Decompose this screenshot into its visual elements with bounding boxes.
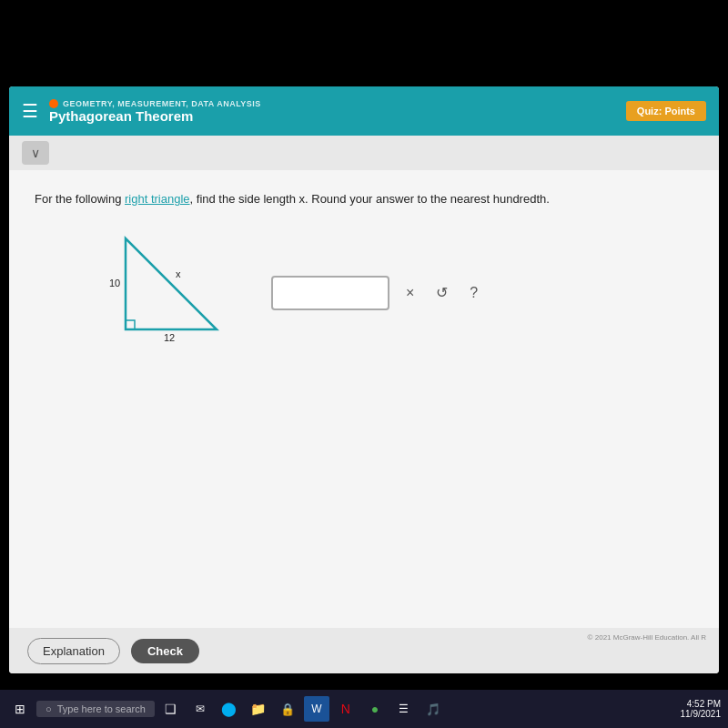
taskbar-clock: 4:52 PM 11/9/2021 xyxy=(681,699,722,719)
taskbar-security-icon[interactable]: 🔒 xyxy=(275,696,300,722)
triangle-svg xyxy=(89,234,235,352)
windows-start-button[interactable]: ⊞ xyxy=(7,696,33,722)
header-left: ☰ Geometry, Measurement, Data Analysis P… xyxy=(22,99,261,124)
dropdown-toggle-button[interactable]: ∨ xyxy=(22,141,49,165)
header-title-section: Geometry, Measurement, Data Analysis Pyt… xyxy=(49,99,261,124)
taskbar-menu-icon[interactable]: ☰ xyxy=(391,696,417,722)
main-content: For the following right triangle, find t… xyxy=(9,170,719,628)
question-text-after: , find the side length x. Round your ans… xyxy=(190,192,550,206)
taskbar-search-bar[interactable]: ○ Type here to search xyxy=(36,701,155,717)
taskbar-folder-icon[interactable]: 📁 xyxy=(246,696,271,722)
taskbar-date: 11/9/2021 xyxy=(681,709,722,719)
taskbar-desktop-icon[interactable]: ❑ xyxy=(158,696,184,722)
question-text-before: For the following xyxy=(35,192,125,206)
undo-button[interactable]: ↺ xyxy=(430,280,453,305)
taskbar-time: 4:52 PM xyxy=(681,699,722,709)
hypotenuse-label: x xyxy=(176,268,181,279)
question-text: For the following right triangle, find t… xyxy=(35,190,693,208)
taskbar-netflix-icon[interactable]: N xyxy=(333,696,359,722)
app-header: ☰ Geometry, Measurement, Data Analysis P… xyxy=(9,86,719,136)
clear-button[interactable]: × xyxy=(400,281,420,305)
chevron-down-icon: ∨ xyxy=(31,146,40,160)
dropdown-row: ∨ xyxy=(9,136,719,170)
triangle-diagram: 10 x 12 xyxy=(89,234,235,352)
taskbar-right: 4:52 PM 11/9/2021 xyxy=(681,699,722,719)
taskbar-search-label: Type here to search xyxy=(57,703,146,714)
orange-dot-icon xyxy=(49,99,58,108)
copyright-text: © 2021 McGraw-Hill Education. All R xyxy=(588,633,706,642)
right-triangle-link[interactable]: right triangle xyxy=(125,192,190,206)
quiz-button[interactable]: Quiz: Points xyxy=(626,101,706,121)
svg-marker-0 xyxy=(126,238,217,329)
taskbar-edge-icon[interactable]: ⬤ xyxy=(217,696,242,722)
menu-icon[interactable]: ☰ xyxy=(22,100,38,122)
problem-area: 10 x 12 × ↺ ? xyxy=(89,234,693,352)
taskbar: ⊞ ○ Type here to search ❑ ✉ ⬤ 📁 🔒 W N ● … xyxy=(0,690,728,728)
side1-label: 10 xyxy=(109,278,120,288)
taskbar-word-icon[interactable]: W xyxy=(304,696,329,722)
search-icon: ○ xyxy=(46,703,52,714)
explanation-button[interactable]: Explanation xyxy=(27,638,120,664)
help-button[interactable]: ? xyxy=(464,281,483,305)
answer-area: × ↺ ? xyxy=(271,276,483,310)
answer-input[interactable] xyxy=(271,276,389,310)
taskbar-mail-icon[interactable]: ✉ xyxy=(187,696,213,722)
taskbar-chrome-icon[interactable]: ● xyxy=(362,696,388,722)
footer: © 2021 McGraw-Hill Education. All R Expl… xyxy=(9,628,719,673)
header-subtitle: Geometry, Measurement, Data Analysis xyxy=(63,99,261,108)
taskbar-extra-icon[interactable]: 🎵 xyxy=(420,696,446,722)
side2-label: 12 xyxy=(164,332,175,343)
header-title: Pythagorean Theorem xyxy=(49,108,261,124)
check-button[interactable]: Check xyxy=(131,639,199,663)
svg-rect-1 xyxy=(126,320,135,329)
